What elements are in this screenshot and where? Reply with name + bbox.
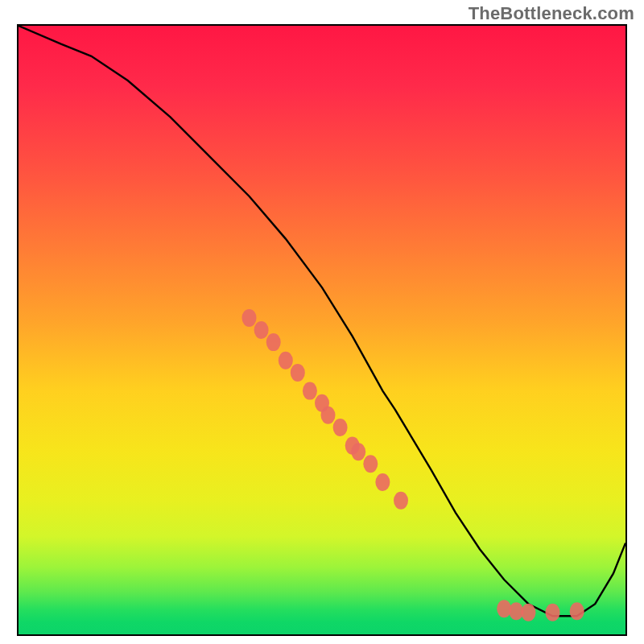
marker-dot: [321, 407, 336, 424]
marker-dot: [333, 419, 348, 436]
marker-dot: [570, 602, 584, 620]
marker-dot: [303, 382, 317, 400]
marker-dot: [375, 473, 390, 491]
marker-dot: [521, 604, 535, 621]
chart-stage: TheBottleneck.com: [0, 0, 644, 644]
marker-dot: [266, 333, 281, 351]
curve-layer: [19, 26, 625, 634]
marker-dot: [242, 309, 257, 327]
marker-dot: [394, 492, 408, 510]
marker-dot: [351, 443, 365, 460]
highlighted-points: [242, 309, 584, 621]
plot-frame: [17, 24, 627, 636]
marker-dot: [254, 321, 269, 339]
marker-dot: [497, 600, 511, 617]
marker-dot: [279, 352, 293, 369]
marker-dot: [546, 604, 560, 621]
bottleneck-curve: [19, 26, 625, 616]
marker-dot: [291, 364, 305, 382]
marker-dot: [363, 455, 378, 473]
attribution-text: TheBottleneck.com: [469, 3, 634, 24]
